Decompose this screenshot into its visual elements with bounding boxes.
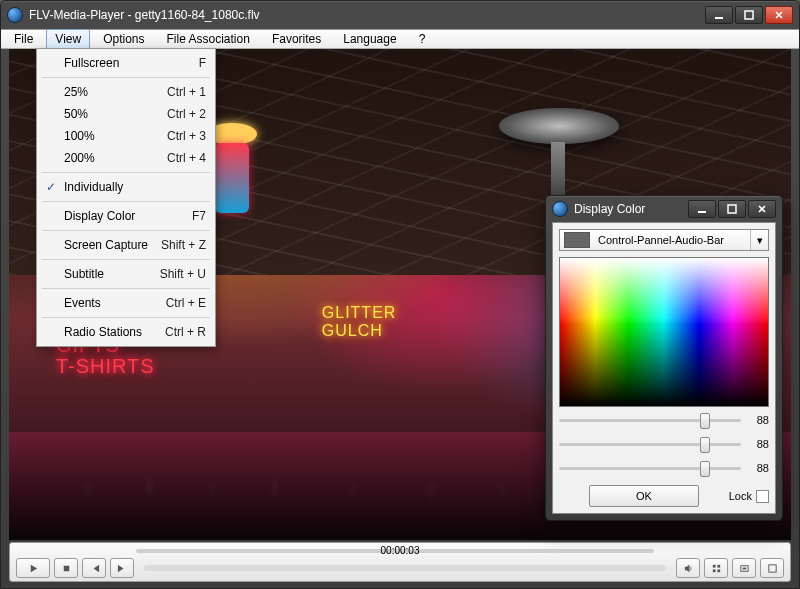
menu-separator xyxy=(42,317,210,318)
menu-item-shortcut: Shift + U xyxy=(160,267,206,281)
display-color-dialog[interactable]: Display Color Control-Pannel-Audio-Bar ▾… xyxy=(545,195,783,521)
slider-value: 88 xyxy=(747,414,769,426)
menu-item-shortcut: Ctrl + 3 xyxy=(167,129,206,143)
svg-rect-1 xyxy=(745,11,753,19)
ok-button[interactable]: OK xyxy=(589,485,699,507)
minimize-button[interactable] xyxy=(705,6,733,24)
svg-rect-8 xyxy=(742,567,746,569)
menu-file-association[interactable]: File Association xyxy=(158,29,259,49)
play-button[interactable] xyxy=(16,558,50,578)
slider-value: 88 xyxy=(747,438,769,450)
menu-item-shortcut: F xyxy=(199,56,206,70)
menu-item-label: Screen Capture xyxy=(64,238,148,252)
prev-button[interactable] xyxy=(82,558,106,578)
slider-track[interactable] xyxy=(559,467,741,470)
hanging-disc xyxy=(499,108,619,144)
svg-rect-6 xyxy=(717,569,720,572)
menu-item-subtitle[interactable]: SubtitleShift + U xyxy=(40,263,212,285)
dialog-close-button[interactable] xyxy=(748,200,776,218)
progress-area[interactable] xyxy=(144,565,666,571)
menu-item-label: Individually xyxy=(64,180,123,194)
menu-item-25-[interactable]: 25%Ctrl + 1 xyxy=(40,81,212,103)
stop-button[interactable] xyxy=(54,558,78,578)
menu-item-label: Fullscreen xyxy=(64,56,119,70)
menu-item-shortcut: Ctrl + 4 xyxy=(167,151,206,165)
menu-item-radio-stations[interactable]: Radio StationsCtrl + R xyxy=(40,321,212,343)
menu-item-label: Events xyxy=(64,296,101,310)
color-slider-3[interactable]: 88 xyxy=(559,457,769,479)
menu-item-200-[interactable]: 200%Ctrl + 4 xyxy=(40,147,212,169)
color-target-combo[interactable]: Control-Pannel-Audio-Bar ▾ xyxy=(559,229,769,251)
volume-button[interactable] xyxy=(676,558,700,578)
player-controls: 00:00:03 xyxy=(9,542,791,582)
menu-separator xyxy=(42,230,210,231)
menu-item-50-[interactable]: 50%Ctrl + 2 xyxy=(40,103,212,125)
next-button[interactable] xyxy=(110,558,134,578)
app-icon xyxy=(7,7,23,23)
menu-item-label: 50% xyxy=(64,107,88,121)
dialog-minimize-button[interactable] xyxy=(688,200,716,218)
svg-rect-2 xyxy=(63,565,69,571)
lock-label: Lock xyxy=(729,490,752,502)
menu-item-label: Subtitle xyxy=(64,267,104,281)
window-title: FLV-Media-Player - getty1160-84_1080c.fl… xyxy=(29,8,260,22)
menu-help[interactable]: ? xyxy=(410,29,435,49)
slider-track[interactable] xyxy=(559,419,741,422)
menu-item-individually[interactable]: Individually xyxy=(40,176,212,198)
view-dropdown: FullscreenF25%Ctrl + 150%Ctrl + 2100%Ctr… xyxy=(36,48,216,347)
svg-rect-11 xyxy=(728,205,736,213)
svg-rect-3 xyxy=(712,564,715,567)
menubar: File View Options File Association Favor… xyxy=(1,29,799,49)
slider-track[interactable] xyxy=(559,443,741,446)
menu-item-100-[interactable]: 100%Ctrl + 3 xyxy=(40,125,212,147)
menu-item-shortcut: Ctrl + 2 xyxy=(167,107,206,121)
menu-separator xyxy=(42,288,210,289)
close-button[interactable] xyxy=(765,6,793,24)
color-slider-1[interactable]: 88 xyxy=(559,409,769,431)
color-picker[interactable] xyxy=(559,257,769,407)
svg-rect-0 xyxy=(715,17,723,19)
playlist-button[interactable] xyxy=(704,558,728,578)
titlebar[interactable]: FLV-Media-Player - getty1160-84_1080c.fl… xyxy=(1,1,799,29)
menu-item-shortcut: Ctrl + 1 xyxy=(167,85,206,99)
menu-item-fullscreen[interactable]: FullscreenF xyxy=(40,52,212,74)
snapshot-button[interactable] xyxy=(732,558,756,578)
menu-item-label: Display Color xyxy=(64,209,135,223)
menu-item-shortcut: Ctrl + R xyxy=(165,325,206,339)
menu-separator xyxy=(42,259,210,260)
combo-swatch xyxy=(564,232,590,248)
menu-item-label: 100% xyxy=(64,129,95,143)
menu-separator xyxy=(42,201,210,202)
menu-item-display-color[interactable]: Display ColorF7 xyxy=(40,205,212,227)
svg-rect-5 xyxy=(712,569,715,572)
menu-file[interactable]: File xyxy=(5,29,42,49)
slider-thumb[interactable] xyxy=(700,437,710,453)
menu-separator xyxy=(42,77,210,78)
menu-item-label: 25% xyxy=(64,85,88,99)
dialog-titlebar[interactable]: Display Color xyxy=(546,196,782,222)
svg-rect-9 xyxy=(768,564,775,571)
menu-item-screen-capture[interactable]: Screen CaptureShift + Z xyxy=(40,234,212,256)
neon-sign-glitter: GLITTER GULCH xyxy=(322,304,397,340)
menu-item-shortcut: Shift + Z xyxy=(161,238,206,252)
menu-options[interactable]: Options xyxy=(94,29,153,49)
slider-thumb[interactable] xyxy=(700,461,710,477)
svg-rect-10 xyxy=(698,211,706,213)
combo-label: Control-Pannel-Audio-Bar xyxy=(594,234,750,246)
svg-rect-4 xyxy=(717,564,720,567)
color-slider-2[interactable]: 88 xyxy=(559,433,769,455)
slider-thumb[interactable] xyxy=(700,413,710,429)
menu-item-shortcut: Ctrl + E xyxy=(166,296,206,310)
menu-favorites[interactable]: Favorites xyxy=(263,29,330,49)
slider-value: 88 xyxy=(747,462,769,474)
menu-language[interactable]: Language xyxy=(334,29,405,49)
seek-bar[interactable] xyxy=(136,549,654,553)
dialog-maximize-button[interactable] xyxy=(718,200,746,218)
menu-item-events[interactable]: EventsCtrl + E xyxy=(40,292,212,314)
menu-view[interactable]: View xyxy=(46,29,90,49)
lock-checkbox[interactable]: Lock xyxy=(729,490,769,503)
maximize-button[interactable] xyxy=(735,6,763,24)
menu-separator xyxy=(42,172,210,173)
dialog-title: Display Color xyxy=(574,202,645,216)
fullscreen-button[interactable] xyxy=(760,558,784,578)
